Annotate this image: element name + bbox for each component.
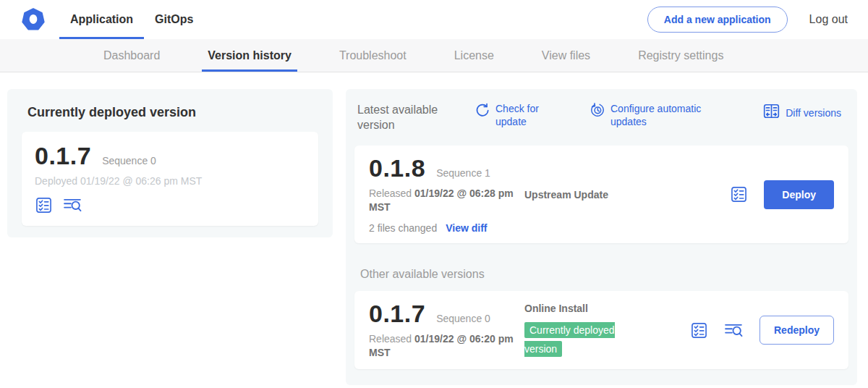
- other-released-timestamp: Released 01/19/22 @ 06:20 pm MST: [369, 332, 517, 360]
- configure-automatic-updates-button[interactable]: Configure automatic updates: [590, 102, 711, 128]
- latest-sequence-label: Sequence 1: [436, 167, 490, 179]
- clock-refresh-icon: [590, 102, 605, 128]
- currently-deployed-badge: Currently deployed version: [524, 322, 615, 357]
- latest-released-timestamp: Released 01/19/22 @ 06:28 pm MST: [369, 187, 517, 214]
- logout-link[interactable]: Log out: [809, 13, 848, 26]
- other-version-number: 0.1.7: [369, 301, 425, 326]
- diff-versions-button[interactable]: Diff versions: [762, 102, 841, 123]
- tab-gitops[interactable]: GitOps: [144, 0, 204, 39]
- refresh-icon: [475, 102, 490, 128]
- subnav-item-dashboard[interactable]: Dashboard: [98, 39, 166, 72]
- available-versions-panel: Latest available version Check for updat…: [346, 89, 857, 385]
- subnav-item-license[interactable]: License: [448, 39, 500, 72]
- view-logs-icon[interactable]: [724, 321, 744, 340]
- files-changed-label: 2 files changed: [369, 222, 437, 234]
- deployed-timestamp: Deployed 01/19/22 @ 06:26 pm MST: [35, 175, 305, 187]
- add-new-application-button[interactable]: Add a new application: [647, 7, 788, 33]
- subnav-item-troubleshoot[interactable]: Troubleshoot: [333, 39, 412, 72]
- preflight-checklist-icon[interactable]: [730, 185, 748, 203]
- check-for-update-button[interactable]: Check for update: [475, 102, 549, 128]
- preflight-checklist-icon[interactable]: [35, 196, 53, 214]
- subnav-item-registry-settings[interactable]: Registry settings: [632, 39, 729, 72]
- deployed-version-number: 0.1.7: [35, 143, 91, 168]
- view-diff-link[interactable]: View diff: [446, 222, 487, 234]
- currently-deployed-panel: Currently deployed version 0.1.7 Sequenc…: [7, 89, 333, 237]
- view-logs-icon[interactable]: [63, 196, 82, 214]
- version-history-page: Currently deployed version 0.1.7 Sequenc…: [0, 72, 868, 387]
- latest-source-label: Upstream Update: [524, 189, 723, 201]
- subnav-item-view-files[interactable]: View files: [536, 39, 596, 72]
- available-panel-header: Latest available version Check for updat…: [354, 102, 848, 140]
- deployed-sequence-label: Sequence 0: [102, 155, 156, 166]
- latest-version-number: 0.1.8: [369, 156, 425, 180]
- check-for-update-label: Check for update: [495, 102, 549, 128]
- redeploy-button[interactable]: Redeploy: [760, 316, 834, 345]
- latest-available-title: Latest available version: [357, 102, 450, 132]
- header-right: Add a new application Log out: [647, 0, 868, 39]
- top-navigation: Application GitOps Add a new application…: [0, 0, 868, 39]
- preflight-checklist-icon[interactable]: [690, 321, 708, 340]
- other-available-versions-heading: Other available versions: [360, 268, 848, 281]
- latest-version-card: 0.1.8 Sequence 1 Released 01/19/22 @ 06:…: [354, 146, 848, 243]
- deploy-button[interactable]: Deploy: [764, 180, 834, 209]
- other-sequence-label: Sequence 0: [436, 313, 490, 324]
- other-source-label: Online Install: [524, 303, 683, 314]
- released-prefix: Released: [369, 187, 414, 199]
- deployed-version-card: 0.1.7 Sequence 0 Deployed 01/19/22 @ 06:…: [22, 132, 318, 226]
- app-logo-icon: [22, 8, 45, 31]
- configure-automatic-updates-label: Configure automatic updates: [610, 102, 711, 128]
- subnav-item-version-history[interactable]: Version history: [202, 39, 297, 72]
- diff-versions-label: Diff versions: [786, 106, 841, 119]
- tab-application[interactable]: Application: [59, 0, 144, 39]
- diff-columns-icon: [762, 102, 780, 123]
- currently-deployed-title: Currently deployed version: [27, 105, 318, 120]
- app-subnav: Dashboard Version history Troubleshoot L…: [0, 39, 868, 72]
- other-version-card: 0.1.7 Sequence 0 Released 01/19/22 @ 06:…: [354, 291, 848, 369]
- released-prefix: Released: [369, 333, 414, 345]
